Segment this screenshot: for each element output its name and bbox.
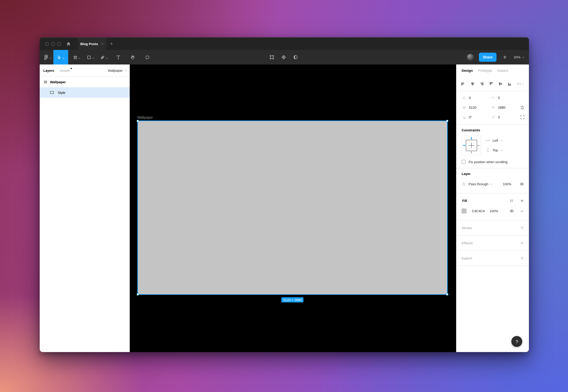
geometry-section: X 0 Y 0 W 5120 H	[456, 91, 529, 125]
window-tab-bar: Blog Posts × +	[40, 37, 529, 50]
export-title: Export	[462, 256, 520, 260]
comment-tool-button[interactable]	[141, 50, 154, 65]
share-button[interactable]: Share	[479, 53, 496, 62]
fill-visibility-eye-icon[interactable]	[509, 209, 514, 213]
align-top-button[interactable]	[489, 82, 493, 86]
file-tab-title: Blog Posts	[80, 42, 100, 45]
figma-menu-button[interactable]	[42, 50, 53, 65]
layer-row-style[interactable]: Style	[40, 87, 130, 98]
chevron-down-icon	[92, 57, 94, 59]
text-tool-button[interactable]	[112, 50, 124, 65]
blend-mode-value[interactable]: Pass through	[469, 182, 488, 186]
align-right-button[interactable]	[480, 82, 484, 86]
pen-tool-button[interactable]	[99, 50, 110, 65]
main-area: Layers Assets Wallpaper	[40, 65, 529, 352]
frame-label[interactable]: Wallpaper	[137, 116, 153, 119]
constraint-top-tick[interactable]	[471, 137, 472, 139]
tab-design[interactable]: Design	[462, 69, 473, 72]
add-effect-button[interactable]	[520, 241, 524, 245]
edit-object-icon	[269, 55, 274, 60]
selected-frame[interactable]	[137, 121, 448, 295]
tab-close-icon[interactable]: ×	[100, 42, 104, 46]
layer-section: Layer Pass through 100%	[456, 168, 529, 193]
constraint-right-tick[interactable]	[477, 145, 479, 146]
edit-object-button[interactable]	[268, 55, 276, 60]
independent-corners-toggle[interactable]	[520, 115, 525, 119]
move-tool-button[interactable]	[53, 50, 68, 65]
y-field[interactable]: Y 0	[492, 96, 521, 99]
layer-name: Wallpaper	[50, 80, 66, 84]
chevron-down-icon	[49, 57, 52, 59]
window-zoom-button[interactable]	[57, 42, 61, 45]
align-vertical-centers-button[interactable]	[498, 82, 502, 86]
layer-opacity-value[interactable]: 100%	[503, 182, 511, 186]
zoom-menu[interactable]: 20%	[514, 56, 524, 59]
user-avatar[interactable]	[467, 54, 474, 60]
window-close-button[interactable]	[45, 42, 49, 45]
home-button[interactable]	[63, 38, 74, 50]
corner-radius-field[interactable]: 0	[492, 115, 521, 119]
export-section: Export	[456, 251, 529, 266]
constrain-proportions-toggle[interactable]	[520, 105, 525, 110]
position-row: X 0 Y 0	[456, 93, 529, 103]
zoom-level-value: 20%	[514, 56, 520, 59]
align-left-button[interactable]	[461, 82, 465, 86]
present-button[interactable]	[503, 55, 507, 59]
tab-assets[interactable]: Assets	[60, 69, 70, 72]
selection-size-badge: 5120 × 2880	[282, 297, 304, 302]
create-component-button[interactable]	[280, 55, 288, 60]
horizontal-constraint-select[interactable]: Left	[486, 138, 503, 142]
rotation-value: 0°	[469, 115, 472, 119]
fill-color-swatch[interactable]	[462, 209, 466, 213]
right-panel: Design Prototype Inspect	[456, 65, 529, 352]
layer-row-frame[interactable]: Wallpaper	[40, 77, 130, 87]
remove-fill-button[interactable]	[520, 209, 524, 213]
height-field[interactable]: H 2880	[492, 106, 521, 109]
hand-tool-button[interactable]	[126, 50, 139, 65]
layer-title: Layer	[456, 172, 529, 176]
fill-styles-icon[interactable]	[509, 199, 513, 203]
x-label: X	[463, 96, 469, 99]
constraint-left-tick[interactable]	[463, 145, 465, 146]
constraints-title: Constraints	[456, 128, 529, 132]
layer-visibility-eye-icon[interactable]	[520, 182, 524, 186]
page-selector[interactable]: Wallpaper	[108, 69, 127, 72]
plus-icon: +	[110, 41, 113, 47]
frame-tool-button[interactable]	[71, 50, 82, 65]
tab-prototype[interactable]: Prototype	[478, 69, 492, 72]
canvas[interactable]: Wallpaper 5120 × 2880	[130, 65, 456, 352]
width-field[interactable]: W 5120	[463, 106, 492, 109]
constraints-widget[interactable]	[462, 136, 481, 155]
align-bottom-button[interactable]	[508, 82, 512, 86]
constraint-bottom-tick[interactable]	[471, 151, 472, 153]
window-minimize-button[interactable]	[51, 42, 55, 45]
selection-handle-top-left[interactable]	[137, 120, 139, 122]
rotation-field[interactable]: 0°	[463, 115, 492, 119]
figma-logo-icon	[44, 54, 48, 60]
selection-handle-bottom-right[interactable]	[446, 293, 448, 295]
fill-opacity-value[interactable]: 100%	[490, 209, 498, 213]
shape-tool-button[interactable]	[85, 50, 96, 65]
fill-hex-value[interactable]: C4C4C4	[472, 209, 490, 213]
add-stroke-button[interactable]	[520, 226, 524, 230]
selection-handle-bottom-left[interactable]	[137, 293, 139, 295]
help-button[interactable]: ?	[511, 336, 522, 347]
main-toolbar: Share 20%	[40, 50, 529, 65]
y-label: Y	[492, 96, 498, 99]
vertical-constraint-select[interactable]: Top	[486, 148, 503, 152]
add-export-button[interactable]	[520, 256, 524, 260]
selection-handle-top-right[interactable]	[446, 120, 448, 122]
align-horizontal-centers-button[interactable]	[470, 82, 475, 86]
tab-inspect[interactable]: Inspect	[497, 69, 508, 72]
y-value: 0	[498, 96, 500, 99]
new-tab-button[interactable]: +	[110, 38, 113, 50]
chevron-down-icon	[62, 57, 65, 59]
x-value: 0	[469, 96, 471, 99]
fix-position-checkbox[interactable]	[462, 160, 465, 164]
tab-layers[interactable]: Layers	[43, 69, 54, 72]
x-field[interactable]: X 0	[463, 96, 492, 99]
file-tab[interactable]: Blog Posts ×	[78, 38, 106, 50]
add-fill-button[interactable]	[520, 199, 524, 203]
distribute-menu-button[interactable]	[517, 82, 524, 86]
use-as-mask-button[interactable]	[291, 55, 300, 60]
